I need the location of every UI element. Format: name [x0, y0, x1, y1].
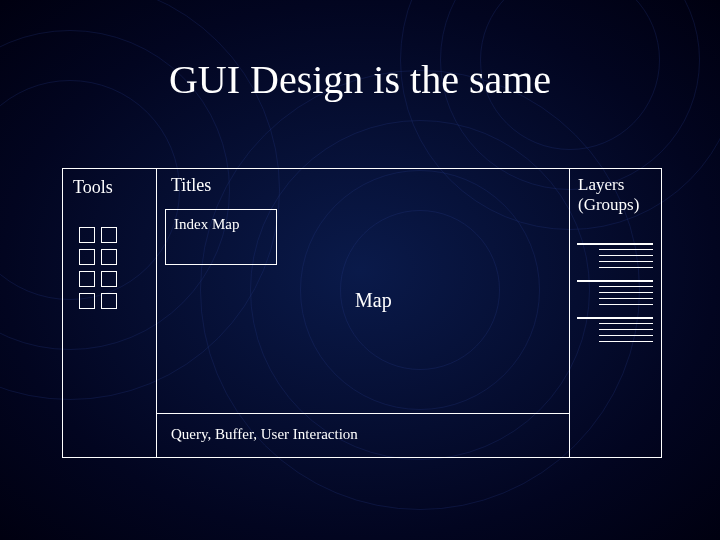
layer-list — [577, 243, 653, 354]
tools-label: Tools — [73, 177, 113, 198]
tools-column: Tools — [63, 169, 157, 457]
tool-square — [79, 271, 95, 287]
titles-row: Titles — [157, 169, 569, 205]
map-label: Map — [355, 289, 392, 312]
tool-square — [79, 293, 95, 309]
index-map-label: Index Map — [174, 216, 239, 233]
tool-square — [101, 271, 117, 287]
tool-square — [79, 249, 95, 265]
slide-title: GUI Design is the same — [0, 56, 720, 103]
layers-column: Layers (Groups) — [569, 169, 661, 457]
index-map-box: Index Map — [165, 209, 277, 265]
layer-group — [577, 243, 653, 270]
bottom-row: Query, Buffer, User Interaction — [157, 413, 569, 457]
layers-label: Layers (Groups) — [578, 175, 639, 214]
tool-square — [101, 293, 117, 309]
tool-grid — [79, 227, 127, 309]
titles-label: Titles — [171, 175, 211, 196]
layer-group — [577, 280, 653, 307]
tool-square — [101, 227, 117, 243]
tool-square — [101, 249, 117, 265]
layer-group — [577, 317, 653, 344]
bottom-label: Query, Buffer, User Interaction — [171, 426, 358, 443]
tool-square — [79, 227, 95, 243]
wireframe: Tools Titles Index Map Map Layers (Group… — [62, 168, 662, 458]
